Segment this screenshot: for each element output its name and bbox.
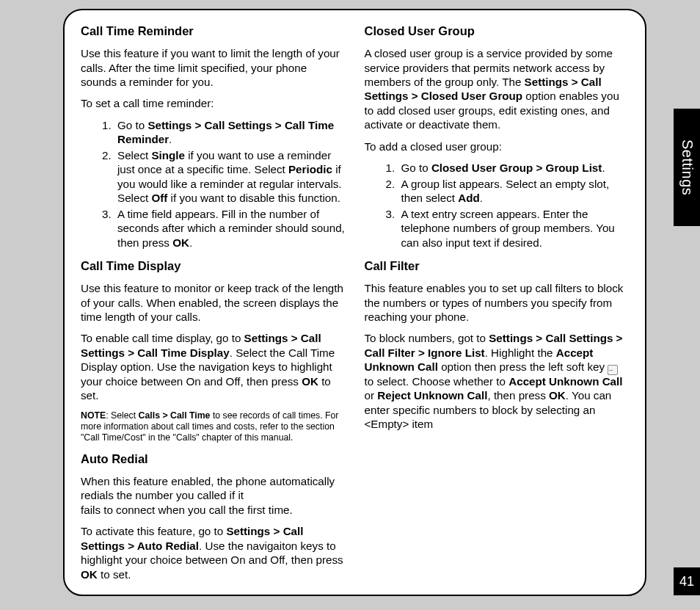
menu-path: Settings > Call Settings > Call Time Rem… bbox=[117, 119, 334, 145]
text: . Highlight the bbox=[485, 346, 556, 359]
heading-call-filter: Call Filter bbox=[365, 258, 630, 274]
paragraph: Use this feature if you want to limit th… bbox=[81, 46, 346, 89]
list-item: A text entry screen appears. Enter the t… bbox=[398, 207, 630, 250]
text: if you want to disable this function. bbox=[167, 192, 340, 204]
text: A group list appears. Select an empty sl… bbox=[401, 178, 610, 204]
text: A time field appears. Fill in the number… bbox=[117, 208, 345, 249]
paragraph: This feature enables you to set up call … bbox=[365, 281, 630, 324]
option-reject-unknown: Reject Unknown Call bbox=[377, 389, 487, 402]
list-item: Select Single if you want to use a remin… bbox=[114, 148, 346, 206]
list-item: A time field appears. Fill in the number… bbox=[114, 207, 346, 250]
text: Select bbox=[117, 149, 151, 161]
option-accept-unknown: Accept Unknown Call bbox=[508, 375, 622, 388]
two-column-body: Call Time Reminder Use this feature if y… bbox=[81, 23, 629, 584]
manual-page: Call Time Reminder Use this feature if y… bbox=[63, 9, 646, 596]
paragraph: A closed user group is a service provide… bbox=[365, 46, 630, 132]
note-label: NOTE bbox=[81, 410, 106, 421]
option-single: Single bbox=[151, 149, 185, 161]
list-item: A group list appears. Select an empty sl… bbox=[398, 177, 630, 206]
text: Go to bbox=[401, 161, 431, 174]
text: to set. bbox=[98, 568, 131, 581]
heading-call-time-reminder: Call Time Reminder bbox=[81, 23, 346, 39]
ordered-list: Go to Settings > Call Settings > Call Ti… bbox=[81, 118, 346, 250]
text: To block numbers, got to bbox=[365, 332, 489, 344]
option-add: Add bbox=[458, 192, 480, 204]
text: Go to bbox=[117, 119, 147, 131]
list-item: Go to Settings > Call Settings > Call Ti… bbox=[114, 118, 346, 147]
paragraph: fails to connect when you call the first… bbox=[81, 503, 346, 517]
heading-closed-user-group: Closed User Group bbox=[365, 23, 630, 39]
text: To enable call time display, go to bbox=[81, 332, 244, 344]
section-tab-settings: Settings bbox=[674, 109, 700, 226]
text: or bbox=[365, 389, 378, 402]
text: option then press the left soft key bbox=[438, 360, 608, 373]
text: To activate this feature, go to bbox=[81, 525, 226, 537]
text: : Select bbox=[106, 410, 138, 421]
paragraph: To block numbers, got to Settings > Call… bbox=[365, 331, 630, 431]
paragraph: When this feature enabled, the phone aut… bbox=[81, 474, 346, 503]
key-ok: OK bbox=[81, 568, 98, 581]
key-ok: OK bbox=[549, 389, 566, 402]
menu-path: Closed User Group > Group List bbox=[431, 161, 602, 174]
paragraph: To enable call time display, go to Setti… bbox=[81, 331, 346, 402]
option-off: Off bbox=[151, 192, 167, 204]
menu-path: Calls > Call Time bbox=[139, 410, 211, 421]
list-item: Go to Closed User Group > Group List. bbox=[398, 161, 630, 175]
paragraph: To add a closed user group: bbox=[365, 139, 630, 153]
note-block: NOTE: Select Calls > Call Time to see re… bbox=[81, 410, 346, 444]
softkey-icon: – bbox=[608, 365, 618, 375]
text: . bbox=[602, 161, 605, 174]
text: . bbox=[189, 236, 192, 249]
page-number: 41 bbox=[674, 567, 700, 595]
text: . bbox=[169, 133, 172, 145]
ordered-list: Go to Closed User Group > Group List. A … bbox=[365, 161, 630, 250]
text: , then press bbox=[487, 389, 549, 402]
heading-call-time-display: Call Time Display bbox=[81, 258, 346, 274]
text: to select. Choose whether to bbox=[365, 375, 509, 388]
paragraph: To set a call time reminder: bbox=[81, 96, 346, 110]
option-periodic: Periodic bbox=[288, 163, 332, 175]
heading-auto-redial: Auto Redial bbox=[81, 451, 346, 467]
text: . bbox=[480, 192, 483, 204]
paragraph: Use this feature to monitor or keep trac… bbox=[81, 281, 346, 324]
key-ok: OK bbox=[302, 375, 318, 388]
key-ok: OK bbox=[172, 236, 189, 249]
paragraph: To activate this feature, go to Settings… bbox=[81, 524, 346, 581]
